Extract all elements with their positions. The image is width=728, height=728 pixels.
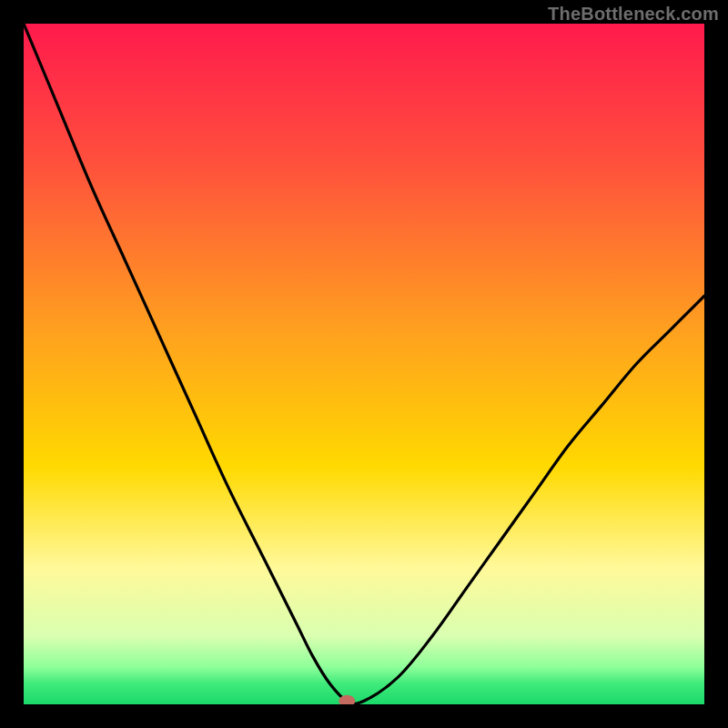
chart-background-gradient [24, 24, 704, 704]
bottleneck-chart [24, 24, 704, 704]
watermark-text: TheBottleneck.com [548, 4, 719, 25]
chart-frame [24, 24, 704, 704]
